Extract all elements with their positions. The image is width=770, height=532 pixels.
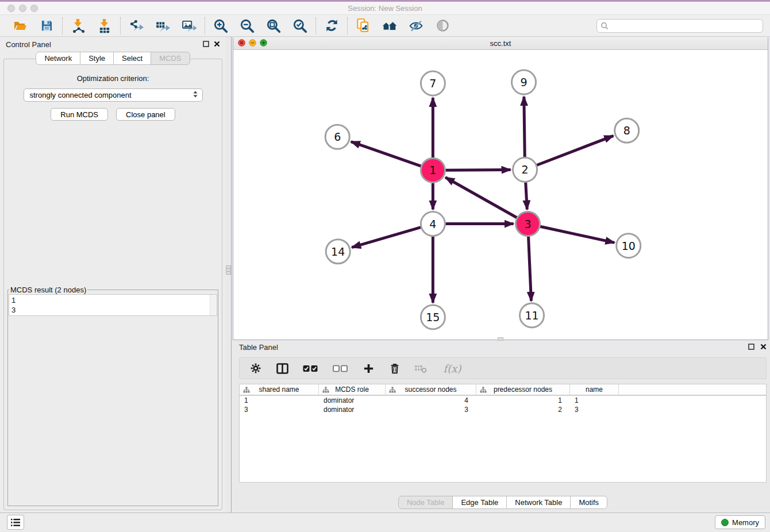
refresh-view-icon[interactable] — [324, 18, 340, 34]
table-tab-node-table[interactable]: Node Table — [398, 496, 453, 509]
columns-icon[interactable] — [275, 361, 289, 375]
node-11[interactable]: 11 — [520, 303, 544, 327]
node-10[interactable]: 10 — [617, 234, 641, 258]
node-14[interactable]: 14 — [326, 240, 350, 264]
sort-tree-icon — [243, 387, 250, 393]
node-4[interactable]: 4 — [421, 212, 445, 236]
clone-network-icon[interactable] — [355, 18, 371, 34]
table-tab-motifs[interactable]: Motifs — [570, 496, 607, 509]
export-table-icon[interactable] — [155, 18, 171, 34]
sort-tree-icon — [389, 387, 396, 393]
table-tab-edge-table[interactable]: Edge Table — [452, 496, 507, 509]
network-canvas[interactable]: 7968124314101511 — [233, 50, 768, 340]
table-row[interactable]: 1dominator411 — [240, 396, 766, 405]
window-title: Session: New Session — [0, 4, 770, 13]
edge-2-to-8[interactable] — [537, 136, 613, 165]
edge-3-to-1[interactable] — [445, 178, 517, 218]
node-7[interactable]: 7 — [421, 71, 445, 95]
table-cell[interactable]: 1 — [570, 396, 619, 405]
control-tab-style[interactable]: Style — [80, 52, 114, 65]
run-mcds-button[interactable]: Run MCDS — [51, 108, 108, 121]
node-2[interactable]: 2 — [513, 157, 537, 182]
table-cell[interactable]: 2 — [476, 405, 570, 414]
float-table-panel-icon[interactable] — [748, 342, 754, 352]
settings-gear-icon[interactable] — [249, 361, 263, 375]
node-3[interactable]: 3 — [516, 212, 540, 236]
network-window-title: scc.txt — [233, 39, 768, 48]
export-image-icon[interactable] — [181, 18, 197, 34]
column-header-label: predecessor nodes — [494, 385, 552, 394]
close-panel-icon[interactable] — [214, 39, 220, 49]
control-tab-mcds[interactable]: MCDS — [151, 52, 190, 65]
memory-button[interactable]: Memory — [715, 515, 765, 529]
control-tab-select[interactable]: Select — [113, 52, 151, 65]
import-table-icon[interactable] — [97, 18, 113, 34]
column-header-predecessor-nodes[interactable]: predecessor nodes — [476, 384, 570, 395]
table-row[interactable]: 3dominator323 — [240, 405, 766, 414]
import-network-icon[interactable] — [70, 18, 86, 34]
edge-3-to-11[interactable] — [529, 237, 532, 301]
column-header-label: MCDS role — [335, 385, 369, 394]
result-scrollbar[interactable] — [210, 295, 217, 315]
hide-graphics-details-icon[interactable] — [408, 18, 424, 34]
zoom-in-icon[interactable] — [213, 18, 229, 34]
edge-1-to-6[interactable] — [351, 142, 421, 167]
titlebar: Session: New Session — [0, 2, 770, 15]
float-panel-icon[interactable] — [203, 39, 209, 49]
zoom-selected-icon[interactable] — [292, 18, 308, 34]
export-network-icon[interactable] — [128, 18, 144, 34]
node-1[interactable]: 1 — [421, 158, 445, 182]
delete-table-icon[interactable] — [414, 361, 428, 375]
deselect-all-icon[interactable] — [332, 361, 349, 375]
houses-icon[interactable] — [382, 18, 398, 34]
splitter-grip[interactable] — [226, 265, 231, 275]
function-builder-icon[interactable]: f(x) — [441, 361, 464, 375]
add-column-icon[interactable] — [361, 361, 375, 375]
search-input[interactable] — [596, 19, 763, 33]
edge-4-to-14[interactable] — [352, 228, 421, 248]
node-15[interactable]: 15 — [421, 305, 445, 329]
node-9[interactable]: 9 — [512, 70, 536, 94]
column-header-successor-nodes[interactable]: successor nodes — [386, 384, 476, 395]
column-header-MCDS-role[interactable]: MCDS role — [319, 384, 386, 395]
edge-2-to-3[interactable] — [526, 182, 528, 209]
table-cell[interactable]: 3 — [570, 405, 619, 414]
sort-tree-icon — [480, 387, 487, 393]
node-8[interactable]: 8 — [615, 118, 639, 142]
table-tab-network-table[interactable]: Network Table — [506, 496, 571, 509]
panel-splitter[interactable] — [226, 37, 232, 512]
show-panels-button[interactable] — [7, 515, 24, 530]
column-header-name[interactable]: name — [570, 384, 619, 395]
control-tab-network[interactable]: Network — [36, 52, 80, 65]
node-6[interactable]: 6 — [325, 125, 349, 149]
delete-column-icon[interactable] — [388, 361, 402, 375]
table-cell[interactable]: 3 — [386, 405, 476, 414]
select-all-icon[interactable] — [302, 361, 319, 375]
zoom-out-icon[interactable] — [239, 18, 255, 34]
cytoscape-window: Session: New Session — [0, 0, 770, 532]
network-view-window: scc.txt 7968124314101511 — [233, 37, 768, 340]
node-table: shared nameMCDS rolesuccessor nodesprede… — [239, 384, 767, 483]
birdseye-view-icon[interactable] — [434, 18, 451, 34]
main-toolbar — [0, 15, 770, 37]
edge-1-to-2[interactable] — [445, 170, 510, 171]
column-header-shared-name[interactable]: shared name — [240, 384, 319, 395]
table-cell[interactable]: 3 — [240, 405, 319, 414]
edge-3-to-10[interactable] — [540, 226, 614, 242]
table-cell[interactable]: 1 — [240, 396, 319, 405]
table-cell[interactable]: dominator — [319, 396, 386, 405]
table-cell[interactable]: 4 — [386, 396, 476, 405]
open-session-icon[interactable] — [12, 18, 28, 34]
network-graph[interactable]: 7968124314101511 — [233, 50, 768, 340]
control-panel: Control Panel NetworkStyleSelectMCDS Opt… — [0, 37, 226, 512]
close-table-panel-icon[interactable] — [760, 342, 767, 352]
criterion-select[interactable]: strongly connected component — [24, 88, 203, 102]
criterion-selected-value: strongly connected component — [30, 91, 192, 99]
zoom-fit-icon[interactable] — [265, 18, 282, 34]
save-session-icon[interactable] — [38, 18, 55, 34]
table-cell[interactable]: 1 — [476, 396, 570, 405]
canvas-resize-grip[interactable] — [498, 337, 503, 341]
edge-2-to-9[interactable] — [524, 97, 525, 157]
close-panel-button[interactable]: Close panel — [116, 108, 175, 121]
table-cell[interactable]: dominator — [319, 405, 386, 414]
